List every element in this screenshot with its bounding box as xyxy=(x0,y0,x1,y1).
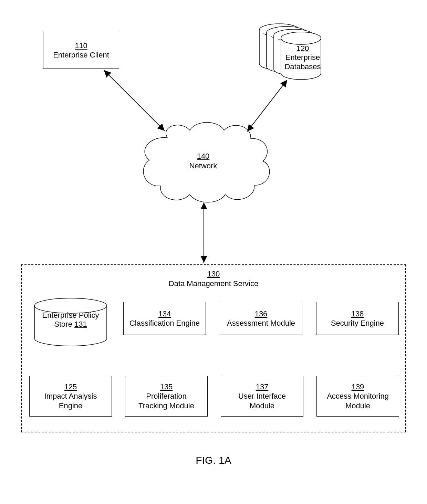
ui-module-label: User Interface Module xyxy=(238,391,286,410)
diagram-canvas: 110 Enterprise Client 120 Enterprise Dat… xyxy=(0,0,427,504)
classification-engine-box: 134 Classification Engine xyxy=(123,302,206,335)
policy-store-text: Enterprise Policy Store 131 xyxy=(39,311,102,329)
assessment-module-label: Assessment Module xyxy=(227,318,295,328)
classification-engine-num: 134 xyxy=(158,309,171,318)
access-monitoring-label: Access Monitoring Module xyxy=(327,391,389,410)
security-engine-num: 138 xyxy=(351,309,364,318)
assessment-module-box: 136 Assessment Module xyxy=(220,302,302,335)
figure-label: FIG. 1A xyxy=(186,454,241,466)
user-interface-module-box: 137 User Interface Module xyxy=(221,376,303,417)
impact-analysis-label: Impact Analysis Engine xyxy=(44,391,97,410)
ui-module-num: 137 xyxy=(256,382,269,391)
security-engine-box: 138 Security Engine xyxy=(316,302,399,335)
classification-engine-label: Classification Engine xyxy=(129,318,200,328)
access-monitoring-module-box: 139 Access Monitoring Module xyxy=(316,376,399,417)
access-monitoring-num: 139 xyxy=(352,382,364,391)
policy-store-label: Enterprise Policy Store xyxy=(42,311,99,328)
impact-analysis-engine-box: 125 Impact Analysis Engine xyxy=(29,376,112,417)
svg-line-5 xyxy=(247,80,287,132)
data-management-service-title: 130 Data Management Service xyxy=(22,269,405,288)
assessment-module-num: 136 xyxy=(255,309,268,318)
svg-line-4 xyxy=(104,70,165,131)
proliferation-tracking-box: 135 Proliferation Tracking Module xyxy=(125,376,208,417)
security-engine-label: Security Engine xyxy=(331,318,384,328)
data-management-service-container: 130 Data Management Service Enterprise P… xyxy=(21,264,406,432)
dms-label: Data Management Service xyxy=(22,279,405,288)
impact-analysis-num: 125 xyxy=(64,382,77,391)
proliferation-label: Proliferation Tracking Module xyxy=(138,391,194,410)
dms-num: 130 xyxy=(207,270,220,278)
policy-store-num: 131 xyxy=(74,320,87,328)
proliferation-num: 135 xyxy=(160,382,173,391)
